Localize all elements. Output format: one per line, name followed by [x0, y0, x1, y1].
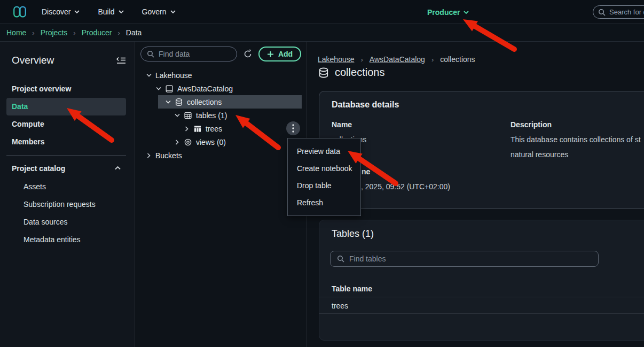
catalog-icon: [165, 84, 174, 93]
breadcrumb-projects[interactable]: Projects: [41, 28, 68, 37]
description-line2: natural resources: [511, 150, 568, 159]
sidebar-item-subscription-requests[interactable]: Subscription requests: [23, 196, 126, 213]
database-details-card: Database details Name collections ne , 2…: [319, 91, 644, 209]
tree-node-label: collections: [187, 98, 222, 106]
tree-node-buckets[interactable]: Buckets: [135, 149, 307, 162]
chevron-down-icon[interactable]: [155, 87, 161, 90]
context-menu: Preview data Create notebook Drop table …: [287, 138, 361, 216]
search-icon: [147, 50, 154, 58]
context-menu-preview-data[interactable]: Preview data: [288, 143, 360, 160]
breadcrumb-home[interactable]: Home: [6, 28, 26, 37]
kebab-menu-button[interactable]: [286, 121, 300, 135]
breadcrumb: Home › Projects › Producer › Data: [0, 24, 644, 42]
table-name-column-header: Table name: [332, 284, 372, 293]
database-icon: [175, 98, 183, 106]
search-icon: [598, 9, 606, 16]
add-button-label: Add: [278, 50, 293, 58]
find-tables-placeholder: Find tables: [349, 255, 386, 263]
table-divider: [319, 313, 644, 314]
top-navigation-bar: Discover Build Govern Producer Search fo…: [0, 0, 644, 24]
breadcrumb-separator: ›: [32, 29, 34, 37]
menu-discover-label: Discover: [42, 7, 70, 16]
menu-govern-label: Govern: [142, 7, 167, 16]
created-time-label-fragment: ne: [362, 167, 370, 176]
chevron-down-icon: [74, 10, 80, 13]
menu-govern[interactable]: Govern: [142, 7, 176, 16]
tree-node-label: trees: [206, 125, 222, 133]
page-title: collections: [318, 66, 384, 79]
tree-node-label: views (0): [196, 138, 226, 146]
card-title: Database details: [332, 100, 399, 110]
tree-node-label: Lakehouse: [155, 71, 192, 80]
collapse-panel-icon[interactable]: [115, 56, 128, 65]
sidebar-item-members[interactable]: Members: [6, 133, 126, 151]
content-breadcrumb: Lakehouse › AwsDataCatalog › collections: [318, 55, 475, 64]
find-data-placeholder: Find data: [159, 50, 190, 58]
name-label: Name: [332, 120, 352, 129]
context-menu-drop-table[interactable]: Drop table: [288, 177, 360, 194]
menu-build[interactable]: Build: [98, 7, 123, 16]
sidebar-divider: [6, 155, 126, 156]
tree-node-label: AwsDataCatalog: [177, 84, 233, 93]
tree-node-awsdatacatalog[interactable]: AwsDataCatalog: [135, 82, 307, 95]
tree-node-label: tables (1): [196, 111, 227, 120]
chevron-down-icon[interactable]: [165, 100, 171, 104]
chevron-down-icon[interactable]: [146, 73, 152, 77]
brain-logo-icon[interactable]: [12, 4, 28, 20]
data-explorer-panel: Find data Add Lakehouse AwsDataCatalog: [135, 42, 307, 347]
sidebar-item-data-sources[interactable]: Data sources: [23, 213, 126, 231]
description-line1: This database contains collections of st: [511, 135, 641, 144]
context-menu-refresh[interactable]: Refresh: [288, 194, 360, 211]
menu-discover[interactable]: Discover: [42, 7, 80, 16]
views-icon: [184, 138, 192, 146]
context-menu-create-notebook[interactable]: Create notebook: [288, 160, 360, 177]
add-button[interactable]: Add: [258, 47, 301, 61]
chevron-down-icon[interactable]: [174, 113, 180, 117]
table-divider: [319, 297, 644, 297]
sidebar-item-assets[interactable]: Assets: [23, 178, 126, 196]
breadcrumb-separator: ›: [117, 29, 120, 37]
tables-card-title: Tables (1): [332, 228, 374, 240]
content-breadcrumb-current: collections: [440, 55, 475, 64]
database-icon: [318, 67, 329, 79]
tree-node-views[interactable]: views (0): [135, 135, 307, 149]
breadcrumb-separator: ›: [73, 29, 75, 37]
top-menu: Discover Build Govern: [42, 7, 176, 16]
plus-icon: [267, 51, 274, 58]
app-window: Discover Build Govern Producer Search fo…: [0, 0, 644, 347]
find-tables-input[interactable]: Find tables: [330, 251, 599, 267]
tree-node-trees[interactable]: trees: [135, 122, 307, 135]
tree-node-label: Buckets: [155, 151, 182, 160]
sidebar-item-metadata-entities[interactable]: Metadata entities: [23, 231, 126, 249]
sidebar-section-project-catalog[interactable]: Project catalog: [12, 159, 121, 177]
sidebar-item-compute[interactable]: Compute: [6, 115, 126, 133]
search-icon: [337, 255, 344, 263]
data-tree: Lakehouse AwsDataCatalog collections tab…: [135, 68, 307, 162]
chevron-right-icon[interactable]: [146, 153, 152, 158]
sidebar-heading: Overview: [12, 55, 54, 66]
chevron-right-icon[interactable]: [184, 126, 190, 132]
sidebar-item-project-overview[interactable]: Project overview: [6, 80, 126, 98]
tree-node-lakehouse[interactable]: Lakehouse: [135, 68, 307, 82]
chevron-down-icon: [464, 11, 469, 14]
tables-card: Tables (1) Find tables Table name trees: [319, 220, 644, 341]
chevron-right-icon[interactable]: [174, 140, 180, 145]
sidebar-item-data[interactable]: Data: [6, 98, 126, 115]
kebab-icon: [292, 124, 294, 133]
breadcrumb-separator: ›: [431, 56, 434, 64]
breadcrumb-current: Data: [126, 28, 142, 37]
find-data-input[interactable]: Find data: [140, 47, 237, 61]
refresh-icon[interactable]: [241, 48, 254, 60]
content-breadcrumb-lakehouse[interactable]: Lakehouse: [318, 55, 355, 64]
breadcrumb-separator: ›: [361, 56, 363, 64]
breadcrumb-producer[interactable]: Producer: [82, 28, 112, 37]
content-breadcrumb-awsdatacatalog[interactable]: AwsDataCatalog: [370, 55, 425, 64]
global-search-input[interactable]: Search for da: [593, 5, 644, 19]
tree-node-tables[interactable]: tables (1): [135, 109, 307, 122]
project-selector[interactable]: Producer: [427, 0, 469, 24]
description-label: Description: [511, 120, 552, 129]
chevron-down-icon: [119, 10, 124, 13]
table-row-trees[interactable]: trees: [332, 302, 348, 310]
project-selector-label: Producer: [427, 8, 460, 17]
tree-node-collections[interactable]: collections: [135, 95, 307, 109]
